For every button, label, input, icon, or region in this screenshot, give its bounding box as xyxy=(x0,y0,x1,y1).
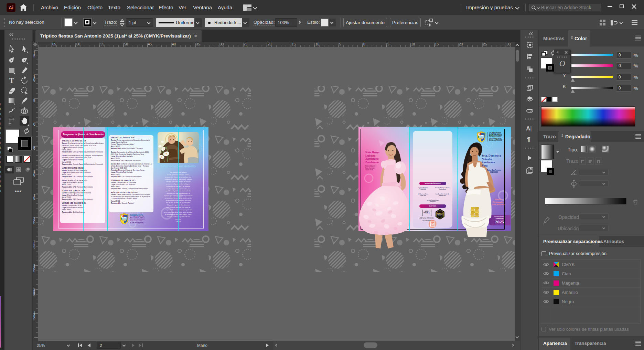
svg-text:T: T xyxy=(9,76,14,85)
